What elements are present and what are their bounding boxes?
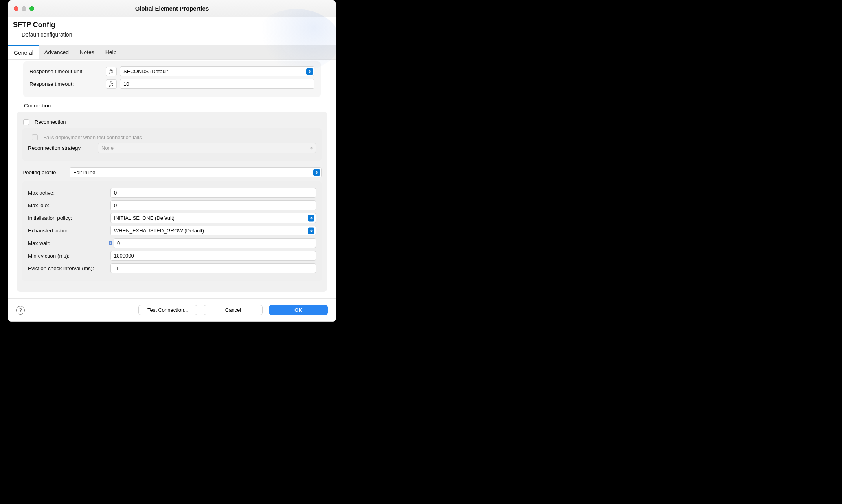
response-timeout-unit-value: SECONDS (Default) bbox=[123, 68, 170, 74]
dialog-header: SFTP Config Default configuration bbox=[8, 17, 336, 45]
titlebar: Global Element Properties bbox=[8, 0, 336, 17]
response-timeout-unit-select[interactable]: SECONDS (Default) bbox=[120, 66, 314, 76]
test-connection-button[interactable]: Test Connection... bbox=[138, 305, 197, 315]
max-wait-label: Max wait: bbox=[28, 240, 107, 246]
pooling-profile-value: Edit inline bbox=[73, 169, 95, 175]
max-active-input[interactable] bbox=[110, 188, 316, 198]
pooling-profile-panel: Max active: Max idle: Initialisation pol… bbox=[22, 181, 322, 281]
chevron-updown-icon bbox=[306, 68, 313, 75]
pooling-profile-select[interactable]: Edit inline bbox=[70, 167, 322, 177]
cancel-button[interactable]: Cancel bbox=[204, 305, 263, 315]
row-exhausted-action: Exhausted action: WHEN_EXHAUSTED_GROW (D… bbox=[28, 226, 316, 235]
initialisation-policy-value: INITIALISE_ONE (Default) bbox=[114, 215, 175, 221]
exhausted-action-label: Exhausted action: bbox=[28, 228, 107, 234]
initialisation-policy-select[interactable]: INITIALISE_ONE (Default) bbox=[110, 213, 316, 223]
row-min-eviction: Min eviction (ms): bbox=[28, 251, 316, 261]
row-max-idle: Max idle: bbox=[28, 200, 316, 210]
reconnection-inner-panel: Fails deployment when test connection fa… bbox=[22, 128, 322, 161]
timeout-panel: Response timeout unit: fx SECONDS (Defau… bbox=[23, 61, 321, 97]
info-icon: i bbox=[109, 241, 112, 245]
response-timeout-unit-label: Response timeout unit: bbox=[29, 68, 103, 74]
row-reconnection-strategy: Reconnection strategy None bbox=[28, 143, 316, 153]
row-max-active: Max active: bbox=[28, 188, 316, 198]
reconnection-strategy-select: None bbox=[98, 143, 316, 153]
minimize-icon[interactable] bbox=[22, 6, 26, 11]
chevron-updown-icon bbox=[313, 169, 320, 176]
config-title: SFTP Config bbox=[13, 21, 329, 29]
config-subtitle: Default configuration bbox=[22, 31, 329, 38]
fx-button[interactable]: fx bbox=[106, 67, 117, 76]
content-area: Response timeout unit: fx SECONDS (Defau… bbox=[8, 60, 336, 298]
pooling-profile-label: Pooling profile bbox=[22, 169, 66, 175]
tab-bar: General Advanced Notes Help bbox=[8, 45, 336, 60]
help-icon[interactable]: ? bbox=[16, 306, 25, 315]
exhausted-action-select[interactable]: WHEN_EXHAUSTED_GROW (Default) bbox=[110, 226, 316, 235]
row-max-wait: Max wait: i bbox=[28, 238, 316, 248]
dialog-footer: ? Test Connection... Cancel OK bbox=[8, 298, 336, 321]
max-idle-input[interactable] bbox=[110, 200, 316, 210]
row-pooling-profile: Pooling profile Edit inline bbox=[22, 167, 322, 177]
tab-notes[interactable]: Notes bbox=[74, 45, 100, 59]
fails-deployment-checkbox bbox=[32, 134, 38, 140]
tab-general[interactable]: General bbox=[8, 45, 39, 59]
max-wait-input[interactable] bbox=[114, 238, 316, 248]
row-initialisation-policy: Initialisation policy: INITIALISE_ONE (D… bbox=[28, 213, 316, 223]
max-idle-label: Max idle: bbox=[28, 202, 107, 208]
chevron-updown-icon bbox=[308, 227, 314, 234]
tab-help[interactable]: Help bbox=[100, 45, 122, 59]
row-fails-deployment: Fails deployment when test connection fa… bbox=[32, 134, 316, 140]
dialog-window: Global Element Properties SFTP Config De… bbox=[8, 0, 336, 322]
chevron-updown-icon bbox=[308, 145, 314, 151]
reconnection-checkbox[interactable] bbox=[23, 119, 29, 125]
min-eviction-input[interactable] bbox=[110, 251, 316, 261]
row-eviction-check-interval: Eviction check interval (ms): bbox=[28, 263, 316, 273]
connection-section-label: Connection bbox=[24, 103, 327, 109]
close-icon[interactable] bbox=[14, 6, 18, 11]
zoom-icon[interactable] bbox=[29, 6, 34, 11]
response-timeout-label: Response timeout: bbox=[29, 81, 103, 87]
chevron-updown-icon bbox=[308, 215, 314, 221]
row-response-timeout-unit: Response timeout unit: fx SECONDS (Defau… bbox=[29, 66, 314, 76]
min-eviction-label: Min eviction (ms): bbox=[28, 253, 107, 259]
connection-panel: Reconnection Fails deployment when test … bbox=[17, 112, 327, 292]
window-title: Global Element Properties bbox=[135, 5, 209, 12]
max-active-label: Max active: bbox=[28, 190, 107, 196]
ok-button[interactable]: OK bbox=[269, 305, 328, 315]
response-timeout-input[interactable] bbox=[120, 79, 314, 89]
fails-deployment-label: Fails deployment when test connection fa… bbox=[43, 134, 142, 140]
eviction-check-interval-input[interactable] bbox=[110, 263, 316, 273]
exhausted-action-value: WHEN_EXHAUSTED_GROW (Default) bbox=[114, 228, 204, 234]
reconnection-label: Reconnection bbox=[35, 119, 66, 125]
eviction-check-interval-label: Eviction check interval (ms): bbox=[28, 265, 107, 271]
reconnection-strategy-value: None bbox=[101, 145, 114, 151]
row-reconnection: Reconnection bbox=[23, 119, 322, 125]
window-controls bbox=[14, 6, 34, 11]
tab-advanced[interactable]: Advanced bbox=[39, 45, 74, 59]
reconnection-strategy-label: Reconnection strategy bbox=[28, 145, 95, 151]
initialisation-policy-label: Initialisation policy: bbox=[28, 215, 107, 221]
row-response-timeout: Response timeout: fx bbox=[29, 79, 314, 89]
fx-button[interactable]: fx bbox=[106, 79, 117, 89]
